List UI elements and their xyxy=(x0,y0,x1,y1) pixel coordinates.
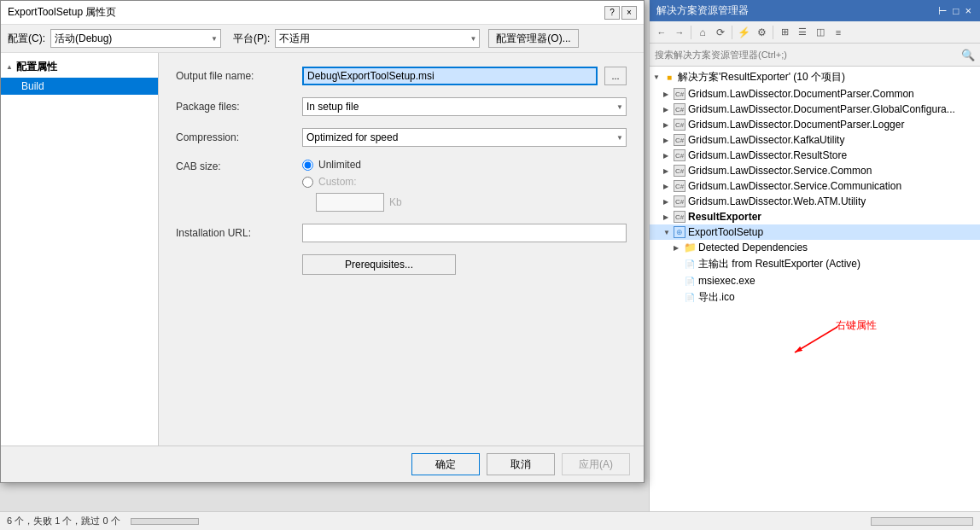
output-file-input[interactable] xyxy=(302,67,598,85)
status-progress-bar xyxy=(131,518,199,525)
list-item[interactable]: ▶ C# Gridsum.LawDissector.Web.ATM.Utilit… xyxy=(650,194,980,209)
se-close-btn[interactable]: × xyxy=(963,4,973,17)
compression-select[interactable]: Optimized for speed Optimized for size N… xyxy=(302,128,627,147)
expand-icon: ▶ xyxy=(663,121,672,129)
file-icon: 📄 xyxy=(684,275,696,287)
expand-icon: ▶ xyxy=(663,198,672,206)
config-label: 配置(C): xyxy=(8,32,45,46)
se-grid-btn[interactable]: ⊞ xyxy=(776,24,793,41)
expand-icon: ▶ xyxy=(663,167,672,175)
se-search-input[interactable] xyxy=(655,46,961,63)
se-item-label: Gridsum.LawDissector.Service.Common xyxy=(688,165,872,177)
expand-icon: ▶ xyxy=(674,244,682,252)
radio-unlimited-label: Unlimited xyxy=(318,159,361,171)
list-item[interactable]: ▶ C# Gridsum.LawDissector.DocumentParser… xyxy=(650,102,980,117)
expand-icon: ▶ xyxy=(663,90,672,98)
annotation-arrow xyxy=(786,318,855,361)
sidebar-item-build[interactable]: Build xyxy=(1,78,158,95)
cs-icon: C# xyxy=(674,195,685,207)
se-toolbar-sep1 xyxy=(691,26,691,39)
platform-select[interactable]: 不适用 xyxy=(275,29,480,48)
list-item[interactable]: ▶ C# Gridsum.LawDissector.ResultStore xyxy=(650,148,980,163)
package-files-select[interactable]: In setup file As loose uncompressed file… xyxy=(302,97,627,116)
radio-custom-row: Custom: xyxy=(302,176,402,188)
dialog-close-btn[interactable]: × xyxy=(621,6,637,20)
ok-btn[interactable]: 确定 xyxy=(411,453,480,475)
collapse-icon: ▲ xyxy=(6,63,13,71)
cs-icon: C# xyxy=(674,134,685,146)
annotation-text: 右键属性 xyxy=(836,318,877,333)
folder-icon: 📁 xyxy=(684,242,696,253)
radio-unlimited[interactable] xyxy=(302,160,313,171)
list-item[interactable]: ▶ C# Gridsum.LawDissector.Service.Common xyxy=(650,163,980,178)
output-file-row: Output file name: ... xyxy=(176,67,627,85)
apply-btn[interactable]: 应用(A) xyxy=(562,453,630,475)
dialog-help-btn[interactable]: ? xyxy=(604,6,620,20)
se-search-bar: 🔍 xyxy=(650,44,980,67)
se-item-label: Gridsum.LawDissector.DocumentParser.Comm… xyxy=(688,88,914,100)
se-expand-btn[interactable]: □ xyxy=(951,5,960,17)
se-settings-btn[interactable]: ⚙ xyxy=(753,24,770,41)
dialog-title: ExportToolSetup 属性页 xyxy=(8,5,116,20)
list-item[interactable]: 📄 主输出 from ResultExporter (Active) xyxy=(650,255,980,273)
radio-custom[interactable] xyxy=(302,177,313,188)
se-search-icon[interactable]: 🔍 xyxy=(961,49,975,61)
cs-icon: C# xyxy=(674,149,685,161)
radio-unlimited-row: Unlimited xyxy=(302,159,402,171)
prerequisites-btn[interactable]: Prerequisites... xyxy=(302,254,456,275)
se-toolbar-sep2 xyxy=(732,26,732,39)
se-extra1[interactable]: ◫ xyxy=(812,24,829,41)
list-item[interactable]: ▶ C# Gridsum.LawDissector.KafkaUtility xyxy=(650,132,980,148)
cs-icon: C# xyxy=(674,119,685,131)
se-item-label: 解决方案'ResultExporter' (10 个项目) xyxy=(678,70,845,84)
list-item[interactable]: 📄 msiexec.exe xyxy=(650,273,980,288)
status-scrollbar[interactable] xyxy=(871,517,973,526)
output-file-browse-btn[interactable]: ... xyxy=(604,67,627,85)
se-expand-all-btn[interactable]: ☰ xyxy=(794,24,811,41)
se-pin-btn[interactable]: ⊢ xyxy=(936,5,948,17)
expand-icon: ▶ xyxy=(663,137,672,144)
dialog-footer: 确定 取消 应用(A) xyxy=(1,446,644,482)
installation-url-row: Installation URL: xyxy=(176,224,627,242)
expand-icon: ▶ xyxy=(663,152,672,160)
se-forward-btn[interactable]: → xyxy=(671,24,688,41)
se-extra2[interactable]: ≡ xyxy=(830,24,847,41)
se-filter-btn[interactable]: ⚡ xyxy=(735,24,752,41)
radio-custom-label: Custom: xyxy=(318,176,357,188)
platform-label: 平台(P): xyxy=(233,32,270,46)
annotation-container: 右键属性 xyxy=(786,318,855,364)
status-text: 6 个，失败 1 个，跳过 0 个 xyxy=(7,515,120,527)
list-item[interactable]: ▶ 📁 Detected Dependencies xyxy=(650,240,980,255)
cs-icon: C# xyxy=(674,165,685,177)
se-title-text: 解决方案资源管理器 xyxy=(656,3,749,18)
compression-row: Compression: Optimized for speed Optimiz… xyxy=(176,128,627,147)
kb-input[interactable] xyxy=(316,193,384,212)
cancel-btn[interactable]: 取消 xyxy=(487,453,555,475)
list-item[interactable]: ▶ C# ResultExporter xyxy=(650,209,980,224)
se-item-label: Gridsum.LawDissector.KafkaUtility xyxy=(688,134,844,146)
se-refresh-btn[interactable]: ⟳ xyxy=(712,24,729,41)
se-home-btn[interactable]: ⌂ xyxy=(694,24,711,41)
list-item[interactable]: ▶ C# Gridsum.LawDissector.Service.Commun… xyxy=(650,178,980,194)
cs-icon: C# xyxy=(674,180,685,192)
kb-row: Kb xyxy=(302,193,402,212)
file-icon: 📄 xyxy=(684,259,696,271)
installation-url-input[interactable] xyxy=(302,224,627,242)
sidebar-group[interactable]: ▲ 配置属性 xyxy=(1,56,158,78)
list-item[interactable]: ▶ C# Gridsum.LawDissector.DocumentParser… xyxy=(650,86,980,102)
config-select[interactable]: 活动(Debug) xyxy=(50,29,221,48)
se-item-label: msiexec.exe xyxy=(698,275,755,287)
expand-icon: ▶ xyxy=(663,106,672,114)
list-item[interactable]: 📄 导出.ico xyxy=(650,288,980,306)
list-item[interactable]: ▼ ⊕ ExportToolSetup xyxy=(650,224,980,240)
cs-icon: C# xyxy=(674,88,685,100)
kb-label: Kb xyxy=(389,196,402,208)
output-file-label: Output file name: xyxy=(176,70,295,82)
package-files-row: Package files: In setup file As loose un… xyxy=(176,97,627,116)
list-item[interactable]: ▶ C# Gridsum.LawDissector.DocumentParser… xyxy=(650,117,980,132)
se-back-btn[interactable]: ← xyxy=(653,24,670,41)
se-item-label: ResultExporter xyxy=(688,211,761,223)
config-manage-btn[interactable]: 配置管理器(O)... xyxy=(488,29,578,48)
se-item-label: Detected Dependencies xyxy=(698,242,808,253)
list-item[interactable]: ▼ ■ 解决方案'ResultExporter' (10 个项目) xyxy=(650,68,980,86)
